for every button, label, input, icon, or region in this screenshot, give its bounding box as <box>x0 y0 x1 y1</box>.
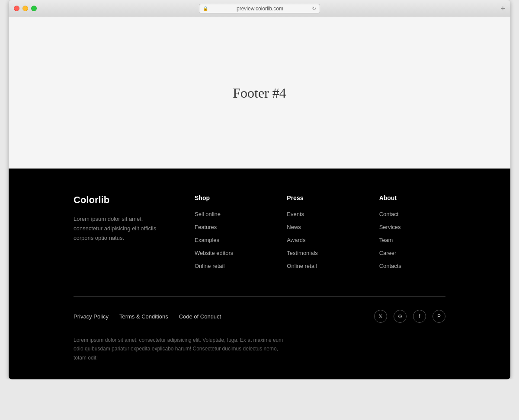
footer: Colorlib Lorem ipsum dolor sit amet, con… <box>9 169 510 379</box>
list-item: Services <box>379 223 445 231</box>
press-nav-list: Events News Awards Testimonials Online r… <box>287 210 353 270</box>
shop-link-sell-online[interactable]: Sell online <box>195 211 221 217</box>
list-item: Sell online <box>195 210 261 218</box>
footer-nav-press: Press Events News Awards Testimonials On… <box>287 194 353 275</box>
list-item: Team <box>379 236 445 244</box>
about-nav-list: Contact Services Team Career Contacts <box>379 210 445 270</box>
instagram-symbol: ⊙ <box>398 313 402 319</box>
footer-nav-about: About Contact Services Team Career Conta… <box>379 194 445 275</box>
shop-link-online-retail[interactable]: Online retail <box>195 263 224 269</box>
list-item: Website editors <box>195 249 261 257</box>
page-header-area: Footer #4 <box>9 17 510 169</box>
address-bar[interactable]: 🔒 preview.colorlib.com ↻ <box>199 4 320 13</box>
list-item: Features <box>195 223 261 231</box>
list-item: Career <box>379 249 445 257</box>
about-link-contact[interactable]: Contact <box>379 211 399 217</box>
pinterest-symbol: P <box>437 313 441 319</box>
list-item: Contacts <box>379 262 445 270</box>
facebook-symbol: f <box>419 313 420 319</box>
minimize-button[interactable] <box>22 6 28 11</box>
list-item: Examples <box>195 236 261 244</box>
pinterest-icon[interactable]: P <box>432 310 445 323</box>
press-link-events[interactable]: Events <box>287 211 304 217</box>
press-link-news[interactable]: News <box>287 224 301 230</box>
twitter-symbol: 𝕏 <box>378 313 383 319</box>
footer-divider <box>74 296 445 297</box>
footer-legal-links: Privacy Policy Terms & Conditions Code o… <box>74 313 221 320</box>
shop-nav-list: Sell online Features Examples Website ed… <box>195 210 261 270</box>
press-link-testimonials[interactable]: Testimonials <box>287 250 318 256</box>
browser-titlebar: 🔒 preview.colorlib.com ↻ + <box>9 0 510 17</box>
code-of-conduct-link[interactable]: Code of Conduct <box>179 313 221 320</box>
browser-window: 🔒 preview.colorlib.com ↻ + Footer #4 Col… <box>9 0 510 379</box>
close-button[interactable] <box>14 6 19 11</box>
page-title: Footer #4 <box>233 85 286 101</box>
social-icons: 𝕏 ⊙ f P <box>374 310 445 323</box>
list-item: Awards <box>287 236 353 244</box>
list-item: Events <box>287 210 353 218</box>
about-link-career[interactable]: Career <box>379 250 397 256</box>
footer-inner: Colorlib Lorem ipsum dolor sit amet, con… <box>65 194 454 362</box>
press-link-awards[interactable]: Awards <box>287 237 305 243</box>
list-item: Contact <box>379 210 445 218</box>
shop-link-website-editors[interactable]: Website editors <box>195 250 233 256</box>
footer-footnote: Lorem ipsum dolor sit amet, consectetur … <box>74 336 290 362</box>
facebook-icon[interactable]: f <box>413 310 426 323</box>
brand-description: Lorem ipsum dolor sit amet, consectetur … <box>74 214 169 243</box>
lock-icon: 🔒 <box>203 6 208 11</box>
about-column-title: About <box>379 194 445 201</box>
shop-column-title: Shop <box>195 194 261 201</box>
about-link-contacts[interactable]: Contacts <box>379 263 401 269</box>
twitter-icon[interactable]: 𝕏 <box>374 310 387 323</box>
terms-conditions-link[interactable]: Terms & Conditions <box>119 313 168 320</box>
list-item: Online retail <box>287 262 353 270</box>
instagram-icon[interactable]: ⊙ <box>394 310 407 323</box>
refresh-icon[interactable]: ↻ <box>312 6 316 12</box>
press-link-online-retail[interactable]: Online retail <box>287 263 317 269</box>
footer-bottom: Privacy Policy Terms & Conditions Code o… <box>74 310 445 323</box>
shop-link-features[interactable]: Features <box>195 224 217 230</box>
list-item: Online retail <box>195 262 261 270</box>
url-text: preview.colorlib.com <box>210 6 310 12</box>
privacy-policy-link[interactable]: Privacy Policy <box>74 313 109 320</box>
footer-brand: Colorlib Lorem ipsum dolor sit amet, con… <box>74 194 169 275</box>
press-column-title: Press <box>287 194 353 201</box>
shop-link-examples[interactable]: Examples <box>195 237 219 243</box>
traffic-lights <box>14 6 37 11</box>
list-item: Testimonials <box>287 249 353 257</box>
about-link-team[interactable]: Team <box>379 237 393 243</box>
brand-name: Colorlib <box>74 194 169 206</box>
footer-nav-shop: Shop Sell online Features Examples Websi… <box>195 194 261 275</box>
about-link-services[interactable]: Services <box>379 224 401 230</box>
maximize-button[interactable] <box>31 6 37 11</box>
footer-top: Colorlib Lorem ipsum dolor sit amet, con… <box>74 194 445 275</box>
browser-content: Footer #4 Colorlib Lorem ipsum dolor sit… <box>9 17 510 379</box>
new-tab-button[interactable]: + <box>500 5 505 13</box>
list-item: News <box>287 223 353 231</box>
